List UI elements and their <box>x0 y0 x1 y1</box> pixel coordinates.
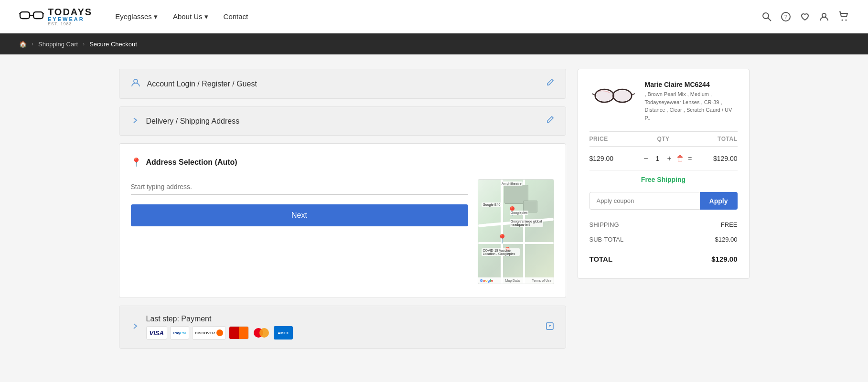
address-title: Address Selection (Auto) <box>146 158 237 167</box>
nav-about-us[interactable]: About Us ▾ <box>165 0 216 33</box>
order-summary: Marie Claire MC6244 , Brown Pearl Mix , … <box>578 69 750 279</box>
col-total-header: TOTAL <box>688 136 737 142</box>
map-label-hq: Google's large global headquarters <box>510 219 543 227</box>
account-step-title: Account Login / Register / Guest <box>147 80 257 88</box>
map-label-amphitheatre: Amphitheatre <box>501 181 523 186</box>
svg-rect-1 <box>33 12 43 19</box>
qty-controls: − 1 + 🗑 <box>639 154 688 163</box>
chevron-down-icon: ▾ <box>204 12 208 21</box>
shipping-label: SHIPPING <box>589 221 619 228</box>
address-content: Next Amphitheatre Google B40 <box>131 179 554 284</box>
address-input[interactable] <box>131 179 468 195</box>
logo-eyewear: EYEWEAR <box>48 17 92 22</box>
map-pin-2: 📍 <box>497 233 507 244</box>
map-background: Amphitheatre Google B40 📍 Googleplex Goo… <box>478 180 554 284</box>
address-section: 📍 Address Selection (Auto) Next <box>119 143 566 298</box>
chevron-down-icon: ▾ <box>154 12 158 21</box>
logo-text: TODAYS EYEWEAR EST. 1983 <box>48 7 92 26</box>
subtotal-row: SUB-TOTAL $129.00 <box>589 232 738 247</box>
cart-icon[interactable] <box>838 11 849 22</box>
map-label-covid: COVID-19 Vaccine Location - Googleplex <box>482 248 520 256</box>
svg-point-10 <box>842 19 843 21</box>
product-image <box>589 81 637 109</box>
svg-point-9 <box>822 13 826 17</box>
paypal-card-icon: PayPal <box>170 326 189 340</box>
help-icon[interactable]: ? <box>781 12 791 21</box>
delivery-chevron-icon <box>131 116 139 127</box>
map-container: Amphitheatre Google B40 📍 Googleplex Goo… <box>478 179 554 284</box>
order-table-header: PRICE QTY TOTAL <box>589 131 738 147</box>
qty-decrease-button[interactable]: − <box>643 154 649 163</box>
equals-sign: = <box>688 155 692 162</box>
payment-chevron-icon <box>131 322 139 332</box>
checkout-steps: Account Login / Register / Guest <box>119 69 566 349</box>
account-step-header-left: Account Login / Register / Guest <box>131 78 257 90</box>
home-icon: 🏠 <box>19 41 27 48</box>
mc-circle-yellow <box>259 328 269 338</box>
map-placeholder: Amphitheatre Google B40 📍 Googleplex Goo… <box>478 180 554 284</box>
delivery-edit-icon[interactable] <box>546 116 554 127</box>
payment-icons: VISA PayPal DISCOVER <box>146 326 293 340</box>
logo-est: EST. 1983 <box>48 22 92 26</box>
breadcrumb-sep-2: › <box>83 41 85 47</box>
product-row: Marie Claire MC6244 , Brown Pearl Mix , … <box>589 81 738 122</box>
product-name: Marie Claire MC6244 <box>645 81 738 88</box>
svg-line-18 <box>632 94 635 95</box>
main-content: Account Login / Register / Guest <box>100 69 769 349</box>
logo[interactable]: TODAYS EYEWEAR EST. 1983 <box>19 7 92 26</box>
map-road-v1 <box>501 180 503 284</box>
map-label-building: Google B40 <box>482 202 501 207</box>
col-qty-header: QTY <box>639 136 688 142</box>
svg-text:?: ? <box>784 14 788 21</box>
breadcrumb-home[interactable]: 🏠 <box>19 41 27 48</box>
delivery-step-header[interactable]: Delivery / Shipping Address <box>119 107 566 135</box>
coupon-input[interactable] <box>589 192 700 210</box>
account-edit-icon[interactable] <box>546 78 554 89</box>
discover-card-icon: DISCOVER <box>192 326 226 340</box>
delivery-step-title: Delivery / Shipping Address <box>146 117 240 126</box>
total-label: TOTAL <box>589 255 613 263</box>
svg-point-19 <box>596 90 613 101</box>
amex-card-icon: AMEX <box>274 326 293 340</box>
total-value: $129.00 <box>711 255 737 263</box>
next-button[interactable]: Next <box>131 204 468 226</box>
subtotal-value: $129.00 <box>715 236 738 243</box>
map-footer: Google Map Data Terms of Use <box>478 277 554 284</box>
apply-coupon-button[interactable]: Apply <box>700 192 738 210</box>
visa-card-icon: VISA <box>146 326 167 340</box>
product-desc: , Brown Pearl Mix , Medium , Todayseyewe… <box>645 90 738 122</box>
nav-contact[interactable]: Contact <box>216 0 256 33</box>
account-step-header[interactable]: Account Login / Register / Guest <box>119 69 566 98</box>
order-item-row: $129.00 − 1 + 🗑 = $129.00 <box>589 147 738 171</box>
user-icon[interactable] <box>819 12 829 21</box>
user-step-icon <box>131 78 140 90</box>
total-row: TOTAL $129.00 <box>589 249 738 267</box>
shipping-row: SHIPPING FREE <box>589 217 738 232</box>
mastercard-icon <box>252 326 271 340</box>
location-pin-icon: 📍 <box>131 157 141 168</box>
header-left: TODAYS EYEWEAR EST. 1983 Eyeglasses ▾ Ab… <box>19 0 256 33</box>
col-price-header: PRICE <box>589 136 639 142</box>
address-header: 📍 Address Selection (Auto) <box>131 157 554 168</box>
delete-item-icon[interactable]: 🗑 <box>676 154 684 163</box>
svg-point-20 <box>614 90 631 101</box>
mc-circles <box>254 328 269 338</box>
payment-title-group: Last step: Payment VISA PayPal DISCOVER <box>146 315 293 340</box>
nav-eyeglasses[interactable]: Eyeglasses ▾ <box>107 0 165 33</box>
search-icon[interactable] <box>762 12 772 21</box>
payment-step-title: Last step: Payment <box>146 315 293 323</box>
address-form: Next <box>131 179 468 284</box>
wishlist-icon[interactable] <box>800 12 810 21</box>
header: TODAYS EYEWEAR EST. 1983 Eyeglasses ▾ Ab… <box>0 0 868 33</box>
payment-step-header[interactable]: Last step: Payment VISA PayPal DISCOVER <box>119 306 566 348</box>
qty-increase-button[interactable]: + <box>666 154 672 163</box>
breadcrumb-checkout: Secure Checkout <box>89 41 137 48</box>
account-step-card: Account Login / Register / Guest <box>119 69 566 99</box>
coupon-row: Apply <box>589 192 738 210</box>
shipping-value: FREE <box>721 221 738 228</box>
breadcrumb-cart[interactable]: Shopping Cart <box>38 41 78 48</box>
map-road-h2 <box>478 242 554 244</box>
payment-edit-icon[interactable] <box>546 322 554 333</box>
item-total: $129.00 <box>695 155 737 162</box>
maestro-card-icon <box>229 326 249 340</box>
